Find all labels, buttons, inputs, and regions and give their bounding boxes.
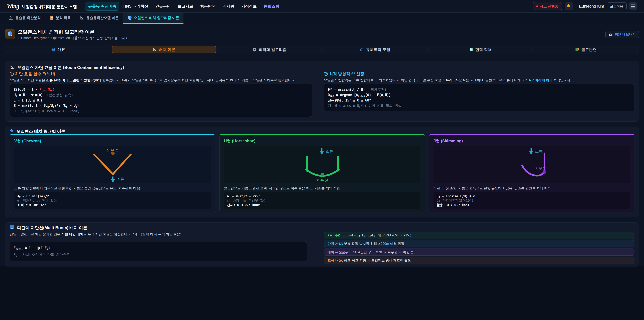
efficiency-right-column: ② 최적 방향각 θ* 산정 오일펜스 방향각은 조류 방향에 따라 최적화됩니…	[324, 72, 634, 117]
nav-item-긴급구난[interactable]: 긴급구난	[152, 2, 174, 11]
open-book-icon	[469, 48, 473, 52]
recovery-line-label: 회수선	[316, 178, 329, 182]
page-header: 오일펜스 배치 최적화 알고리즘 이론 Oil Boom Deployment …	[5, 24, 639, 40]
page-subtitle: Oil Boom Deployment Optimization·유출유 확산예…	[18, 36, 129, 40]
incident-status-label: 사고 진행중	[540, 4, 558, 9]
page-shield-icon	[5, 29, 15, 39]
logout-button[interactable]: 로그아웃	[607, 2, 626, 10]
blue-diamond-icon	[10, 129, 14, 134]
current-label: 조류	[326, 149, 333, 153]
efficiency-function-heading: ① 차단 효율 함수 E(θ, U)	[10, 72, 312, 76]
card-formula-block: θJ = arcsin(Uc/U) + δδ: 안전여유각(5°~10°)활용:…	[434, 192, 630, 209]
hamburger-menu-button[interactable]	[629, 2, 637, 10]
page-header-text: 오일펜스 배치 최적화 알고리즘 이론 Oil Boom Deployment …	[18, 29, 129, 40]
incident-status-badge[interactable]: 사고 진행중	[533, 2, 562, 11]
subtab-label: 유출유확산모델 이론	[86, 16, 119, 20]
nav-item-게시판[interactable]: 게시판	[220, 2, 237, 11]
section-title: 오일펜스 차단 효율 이론 (Boom Containment Efficien…	[17, 65, 124, 70]
top-navbar: Wing 해양환경 위기대응 통합시스템 유출유 확산예측HNS·대기확산긴급구…	[0, 0, 644, 13]
subtab-boom-algorithm-theory[interactable]: 오일펜스 배치 알고리즘 이론	[123, 13, 184, 24]
card-formula-block: AV = L²·sin(2α)/2α: 반개각, L: 편측 길이최적 α = …	[14, 192, 211, 209]
multiboom-note-1: 단간 거리: 부표 집적 방지를 위해 ≥ 200m 이격 권장	[324, 240, 634, 247]
current-label: 조류	[535, 149, 542, 153]
subtab-label: 오일펜스 배치 알고리즘 이론	[134, 16, 179, 20]
tab-overview[interactable]: 개요	[6, 46, 110, 53]
svg-text:1: 1	[11, 225, 12, 227]
multiboom-note-3: 조석 변화: 창조·낙조 전환 시 오일펜스 방향 재조정 필요	[324, 257, 634, 264]
collection-point-dot	[111, 152, 115, 155]
multiboom-columns: 단일 오일펜스로 차단 불가한 경우 직렬 다단 배치로 누적 차단 효율을 향…	[10, 232, 634, 264]
footer-space	[0, 266, 644, 320]
current-label: 조류	[117, 177, 124, 181]
horseshoe-boom-sides	[307, 156, 338, 171]
tab-references[interactable]: 참고문헌	[534, 46, 638, 53]
tab-deployment-theory[interactable]: 배치 이론	[112, 46, 216, 53]
nav-item-항공탐색[interactable]: 항공탐색	[197, 2, 219, 11]
layout-cards: V형 (Chevron) 집유점 조류 조류 방향 정면에서 양측으로 펼친 V…	[10, 134, 634, 212]
multiboom-paragraph: 단일 오일펜스로 차단 불가한 경우 직렬 다단 배치로 누적 차단 효율을 향…	[10, 232, 307, 237]
skimming-diagram: 조류 회수점	[434, 146, 630, 183]
card-title: J형 (Skimming)	[434, 139, 630, 143]
wave-icon	[360, 48, 364, 52]
app-title: 해양환경 위기대응 통합시스템	[22, 4, 77, 10]
tab-label: 현장 적용	[475, 47, 492, 52]
triangle-ruler-icon	[80, 16, 84, 20]
section-boom-layout-types: 오일펜스 배치 형태별 이론 V형 (Chevron) 집유점 조류 조류 방향…	[5, 127, 639, 217]
efficiency-function-paragraph: 오일펜스의 차단 효율은 조류 유속(U)과 오일펜스 방향각(θ)의 함수입니…	[10, 78, 312, 83]
optimal-angle-heading: ② 최적 방향각 θ* 산정	[324, 72, 634, 76]
current-arrow-head	[320, 151, 324, 155]
nav-item-보고자료[interactable]: 보고자료	[175, 2, 196, 11]
tab-field-application[interactable]: 현장 적용	[428, 46, 532, 53]
subtab-diffusion-model-theory[interactable]: 유출유확산모델 이론	[75, 13, 123, 24]
card-title: V형 (Chevron)	[14, 139, 211, 143]
svg-text:2: 2	[12, 225, 13, 227]
section-title: 다단계 차단선(Multi-Boom) 배치 이론	[17, 225, 87, 230]
subtab-spill-analysis[interactable]: 유출유 확산분석	[4, 13, 45, 24]
multiboom-note-0: 2단 직렬: E_total = E₁+E₂−E₁·E₂ (예: 70%+70%…	[324, 232, 634, 239]
section-title-row: 오일펜스 배치 형태별 이론	[10, 129, 634, 134]
tab-hydrodynamics-model[interactable]: 유체역학 모델	[323, 46, 427, 53]
card-description: 직선+곡선 조합. 기름을 한쪽으로 편향 유도하여 집유. 강조류·연안 배치…	[434, 186, 630, 191]
bell-icon	[566, 4, 571, 9]
card-description: 말굽형으로 기름을 완전 포위. 폐쇄형 구조로 회수 효율 최고. 저조류 해…	[224, 186, 420, 191]
globe-icon	[51, 48, 56, 52]
optimal-angle-formula-block: θ* = arcsin(Uc / U) (임계조건)θopt = argmax …	[324, 84, 634, 111]
section-title-row: 1 2 3 4 다단계 차단선(Multi-Boom) 배치 이론	[10, 225, 634, 230]
efficiency-columns: ① 차단 효율 함수 E(θ, U) 오일펜스의 차단 효율은 조류 유속(U)…	[10, 72, 634, 117]
tab-label: 배치 이론	[159, 47, 175, 52]
page-title: 오일펜스 배치 최적화 알고리즘 이론	[18, 29, 129, 35]
nav-divider	[81, 4, 81, 9]
app-logo[interactable]: Wing 해양환경 위기대응 통합시스템	[7, 3, 77, 10]
card-formula-block: AU = π·r²/2 + 2r·hr: 반경, h: 직선부 길이전제: U …	[224, 192, 420, 209]
logo-wing-wordmark: Wing	[7, 3, 19, 10]
status-dot-icon	[536, 5, 538, 7]
subtab-analysis-list[interactable]: 분석 목록	[45, 13, 75, 24]
tab-label: 유체역학 모델	[366, 47, 390, 52]
page-content: 오일펜스 배치 최적화 알고리즘 이론 Oil Boom Deployment …	[0, 24, 644, 266]
triangle-ruler-icon	[152, 48, 157, 52]
efficiency-left-column: ① 차단 효율 함수 E(θ, U) 오일펜스의 차단 효율은 조류 유속(U)…	[10, 72, 312, 117]
optimal-angle-paragraph: 오일펜스 방향각은 조류 방향에 따라 최적화됩니다. 차단 면적과 오일 수집…	[324, 78, 634, 83]
hamburger-icon-bar	[631, 5, 635, 5]
gear-icon	[252, 48, 256, 52]
triangle-ruler-icon	[10, 65, 14, 70]
recovery-dot	[321, 173, 324, 176]
subtab-label: 유출유 확산분석	[15, 16, 41, 20]
card-horseshoe: U형 (Horseshoe) 조류 회수선 말굽형으로 기름을 완전 포위. 폐…	[219, 134, 425, 212]
chevron-diagram: 집유점 조류	[14, 146, 211, 183]
tab-optimization-algorithm[interactable]: 최적화 알고리즘	[218, 46, 322, 53]
nav-item-통합조회[interactable]: 통합조회	[261, 2, 282, 11]
notifications-button[interactable]	[565, 2, 573, 11]
multiboom-notes: 2단 직렬: E_total = E₁+E₂−E₁·E₂ (예: 70%+70%…	[324, 232, 634, 264]
nav-item-spill-prediction[interactable]: 유출유 확산예측	[85, 2, 119, 11]
pdf-export-button[interactable]: PDF 내보내기	[606, 31, 639, 38]
nav-item-HNS·대기확산[interactable]: HNS·대기확산	[120, 2, 151, 11]
multiboom-left-column: 단일 오일펜스로 차단 불가한 경우 직렬 다단 배치로 누적 차단 효율을 향…	[10, 232, 307, 264]
section-title-row: 오일펜스 차단 효율 이론 (Boom Containment Efficien…	[10, 65, 634, 70]
tab-label: 참고문헌	[581, 47, 597, 52]
microscope-icon	[9, 16, 13, 20]
card-title: U형 (Horseshoe)	[224, 139, 420, 143]
section-multiboom: 1 2 3 4 다단계 차단선(Multi-Boom) 배치 이론 단일 오일펜…	[5, 222, 639, 266]
shield-icon	[128, 16, 132, 20]
nav-item-기상정보[interactable]: 기상정보	[238, 2, 260, 11]
